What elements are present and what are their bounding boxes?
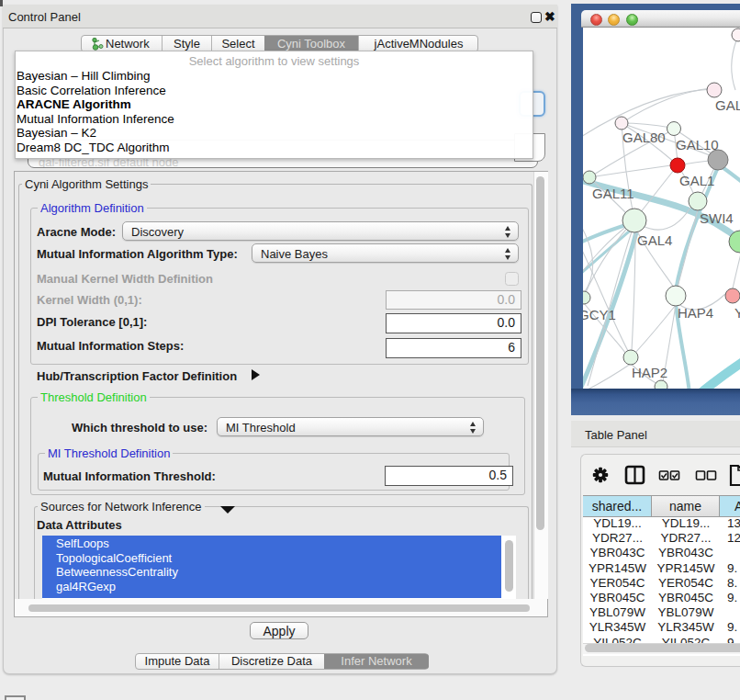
svg-text:GAL11: GAL11 bbox=[592, 186, 634, 201]
svg-text:SWI4: SWI4 bbox=[700, 210, 734, 226]
svg-text:GAL4: GAL4 bbox=[637, 232, 672, 248]
svg-text:YI: YI bbox=[734, 305, 740, 321]
svg-text:HAP4: HAP4 bbox=[678, 305, 713, 321]
svg-text:GCY1: GCY1 bbox=[583, 307, 616, 322]
svg-text:GAL80: GAL80 bbox=[622, 130, 666, 145]
svg-text:HAP2: HAP2 bbox=[632, 365, 667, 380]
svg-text:GAL10: GAL10 bbox=[676, 137, 719, 152]
svg-text:GAL1: GAL1 bbox=[679, 173, 714, 188]
svg-text:GAL7: GAL7 bbox=[715, 97, 740, 113]
